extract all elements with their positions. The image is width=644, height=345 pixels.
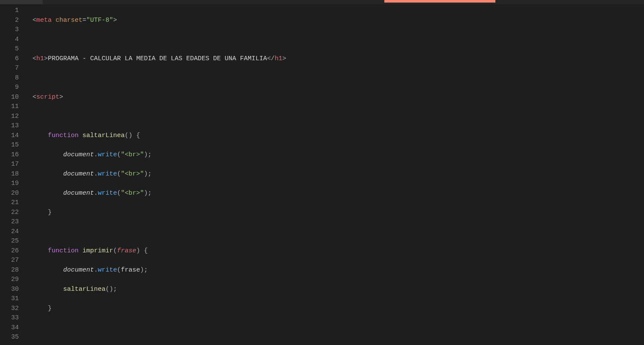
line-number: 8 (0, 73, 19, 83)
code-line[interactable]: document.write("<br>"); (32, 170, 644, 179)
line-number: 27 (0, 256, 19, 266)
code-line[interactable]: document.write(frase); (32, 266, 644, 275)
line-number: 32 (0, 304, 19, 314)
line-number: 34 (0, 323, 19, 333)
code-line[interactable] (32, 35, 644, 45)
line-number: 21 (0, 198, 19, 208)
code-line[interactable]: saltarLinea(); (32, 285, 644, 295)
line-number: 15 (0, 140, 19, 150)
line-number: 11 (0, 102, 19, 112)
code-line[interactable] (32, 227, 644, 237)
line-number: 23 (0, 217, 19, 227)
line-number: 17 (0, 160, 19, 170)
line-number: 19 (0, 179, 19, 189)
line-number: 1 (0, 6, 19, 16)
code-line[interactable]: <h1>PROGRAMA - CALCULAR LA MEDIA DE LAS … (32, 54, 644, 64)
code-line[interactable]: function imprimir(frase) { (32, 246, 644, 256)
code-line[interactable] (32, 323, 644, 333)
tab-bar (0, 0, 644, 4)
line-number: 12 (0, 112, 19, 122)
editor-area[interactable]: 1 2 3 4 5 6 7 8 9 10 11 12 13 14 15 16 1… (0, 4, 644, 345)
code-line[interactable]: } (32, 304, 644, 314)
line-number: 7 (0, 64, 19, 73)
line-number: 30 (0, 285, 19, 295)
line-number: 18 (0, 170, 19, 179)
line-number: 10 (0, 93, 19, 102)
line-number-gutter: 1 2 3 4 5 6 7 8 9 10 11 12 13 14 15 16 1… (0, 4, 26, 345)
line-number: 13 (0, 121, 19, 131)
code-line[interactable] (32, 342, 644, 345)
line-number: 35 (0, 333, 19, 342)
code-line[interactable]: document.write("<br>"); (32, 189, 644, 199)
code-line[interactable]: document.write("<br>"); (32, 150, 644, 160)
line-number: 33 (0, 313, 19, 323)
line-number: 16 (0, 150, 19, 160)
code-line[interactable] (32, 112, 644, 122)
line-number: 29 (0, 275, 19, 285)
line-number: 3 (0, 25, 19, 35)
line-number: 20 (0, 189, 19, 199)
line-number: 5 (0, 44, 19, 54)
code-line[interactable]: } (32, 208, 644, 218)
line-number: 9 (0, 83, 19, 93)
code-content[interactable]: <meta charset="UTF-8"> <h1>PROGRAMA - CA… (26, 4, 644, 345)
line-number: 24 (0, 227, 19, 237)
active-tab-area[interactable] (0, 0, 43, 4)
code-line[interactable] (32, 73, 644, 83)
line-number: 28 (0, 266, 19, 275)
line-number: 6 (0, 54, 19, 64)
line-number: 2 (0, 16, 19, 26)
code-line[interactable]: <meta charset="UTF-8"> (32, 16, 644, 26)
line-number: 31 (0, 294, 19, 304)
minimap-highlight (384, 0, 495, 3)
line-number: 14 (0, 131, 19, 141)
line-number: 4 (0, 35, 19, 45)
code-line[interactable]: <script> (32, 93, 644, 102)
line-number: 26 (0, 246, 19, 256)
code-line[interactable]: function saltarLinea() { (32, 131, 644, 141)
line-number: 25 (0, 237, 19, 246)
line-number: 22 (0, 208, 19, 218)
